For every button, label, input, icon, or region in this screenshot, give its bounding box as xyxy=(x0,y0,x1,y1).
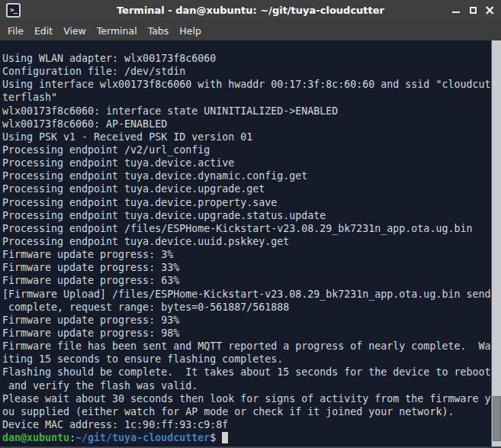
terminal-line: Processing endpoint /files/ESPHome-Kicks… xyxy=(2,222,490,235)
window-maximize-icon xyxy=(470,7,477,14)
menu-item-terminal[interactable]: Terminal xyxy=(92,24,143,38)
terminal-line: Processing endpoint tuya.device.property… xyxy=(2,196,490,209)
terminal-line: iting 15 seconds to ensure flashing comp… xyxy=(2,353,490,366)
menu-item-tabs[interactable]: Tabs xyxy=(143,24,175,38)
terminal-line: Device MAC address: 1c:90:ff:93:c9:8f xyxy=(2,418,490,431)
shell-prompt: dan@xubuntu : ~/git/tuya-cloudcutter $ xyxy=(2,431,490,444)
terminal-line: Processing endpoint /v2/url_config xyxy=(2,143,490,156)
terminal-line: Firmware update progress: 3% xyxy=(2,248,490,261)
prompt-path: ~/git/tuya-cloudcutter xyxy=(75,431,210,444)
scrollbar-thumb[interactable] xyxy=(493,396,501,441)
maximize-button[interactable] xyxy=(467,4,479,18)
menubar: FileEditViewTerminalTabsHelp xyxy=(0,21,501,40)
text-cursor[interactable] xyxy=(222,432,228,443)
terminal-line: Processing endpoint tuya.device.upgrade.… xyxy=(2,209,490,222)
terminal-line: Processing endpoint tuya.device.active xyxy=(2,156,490,169)
terminal-prompt-icon: >_ xyxy=(6,3,21,18)
terminal-line: Using interface wlx00173f8c6060 with hwa… xyxy=(2,78,490,91)
prompt-symbol: $ xyxy=(210,431,216,444)
terminal-line: Processing endpoint tuya.device.uuid.psk… xyxy=(2,235,490,248)
terminal-lines: Using WLAN adapter: wlx00173f8c6060Confi… xyxy=(2,52,490,431)
terminal-line: Processing endpoint tuya.device.dynamic.… xyxy=(2,169,490,182)
terminal-line: Firmware update progress: 63% xyxy=(2,274,490,287)
terminal-line: Using WLAN adapter: wlx00173f8c6060 xyxy=(2,52,490,65)
scrollbar[interactable] xyxy=(491,40,501,446)
window-close-icon: × xyxy=(484,4,495,17)
titlebar[interactable]: >_ Terminal - dan@xubuntu: ~/git/tuya-cl… xyxy=(0,0,501,21)
terminal-line: Configuration file: /dev/stdin xyxy=(2,65,490,78)
terminal-line: Firmware update progress: 98% xyxy=(2,327,490,340)
terminal-output-area[interactable]: Using WLAN adapter: wlx00173f8c6060Confi… xyxy=(0,40,501,448)
terminal-line: wlx00173f8c6060: AP-ENABLED xyxy=(2,118,490,131)
terminal-line: complete, request range: bytes=0-561887/… xyxy=(2,301,490,314)
terminal-line: Using PSK v1 - Received PSK ID version 0… xyxy=(2,131,490,143)
terminal-line: Please wait about 30 seconds then look f… xyxy=(2,392,490,405)
terminal-line: wlx00173f8c6060: interface state UNINITI… xyxy=(2,105,490,118)
terminal-line: Processing endpoint tuya.device.upgrade.… xyxy=(2,182,490,195)
prompt-user-host: dan@xubuntu xyxy=(2,431,69,444)
terminal-window: >_ Terminal - dan@xubuntu: ~/git/tuya-cl… xyxy=(0,0,501,448)
terminal-line: Firmware update progress: 93% xyxy=(2,314,490,327)
terminal-line: [Firmware Upload] /files/ESPHome-Kicksta… xyxy=(2,288,490,301)
terminal-line: terflash" xyxy=(2,91,490,104)
menu-item-help[interactable]: Help xyxy=(174,24,207,38)
prompt-separator: : xyxy=(69,431,75,444)
terminal-line: Firmware update progress: 33% xyxy=(2,261,490,274)
terminal-line: and verify the flash was valid. xyxy=(2,379,490,392)
window-controls: × xyxy=(450,4,501,18)
menu-item-edit[interactable]: Edit xyxy=(29,24,58,38)
terminal-line: ou supplied (either watch for AP mode or… xyxy=(2,405,490,418)
window-minimize-icon xyxy=(452,11,460,13)
window-title: Terminal - dan@xubuntu: ~/git/tuya-cloud… xyxy=(0,5,501,16)
terminal-line: Firmware file has been sent and MQTT rep… xyxy=(2,340,490,353)
menu-item-file[interactable]: File xyxy=(2,24,29,38)
terminal-line: Flashing should be complete. It takes ab… xyxy=(2,366,490,379)
terminal-content: Using WLAN adapter: wlx00173f8c6060Confi… xyxy=(2,52,490,444)
minimize-button[interactable] xyxy=(450,4,462,18)
menu-item-view[interactable]: View xyxy=(58,24,92,38)
close-button[interactable]: × xyxy=(483,4,496,18)
